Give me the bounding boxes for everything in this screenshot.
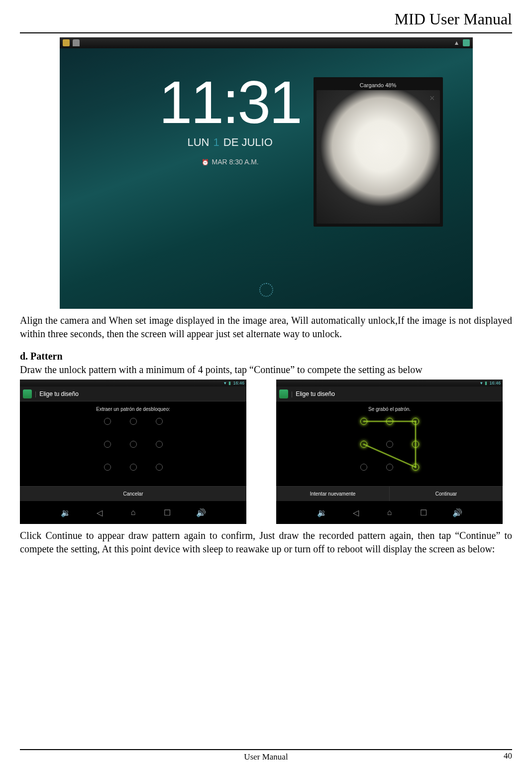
- recent-icon[interactable]: ☐: [419, 508, 428, 517]
- page-header-title: MID User Manual: [20, 10, 512, 28]
- separator-icon: |: [35, 390, 36, 397]
- date-month: DE JULIO: [223, 136, 273, 149]
- wifi-icon: ▾: [480, 381, 483, 386]
- instruction-text: Se grabó el patrón.: [368, 406, 411, 412]
- pattern-dot[interactable]: [130, 441, 137, 448]
- battery-icon: ▮: [228, 381, 231, 386]
- pattern-dot[interactable]: [386, 418, 393, 425]
- pattern-body: Extraer un patrón de desbloqueo: Cancela…: [20, 401, 246, 501]
- header-rule: [20, 32, 512, 33]
- screenshot-pattern-draw: ▾ ▮ 16:46 | Elige tu diseño Extraer un p…: [20, 380, 246, 524]
- continue-button[interactable]: Continuar: [390, 487, 503, 501]
- date-dayname: LUN: [188, 136, 210, 149]
- paragraph-continue: Click Continue to appear draw pattern ag…: [20, 529, 512, 556]
- alarm-text: MAR 8:30 A.M.: [212, 158, 259, 166]
- pattern-dot[interactable]: [156, 464, 163, 471]
- volume-down-icon[interactable]: 🔉: [318, 508, 326, 517]
- pattern-dot[interactable]: [412, 441, 419, 448]
- status-icon-android: [73, 39, 80, 46]
- pattern-dot[interactable]: [412, 418, 419, 425]
- recent-icon[interactable]: ☐: [163, 508, 172, 517]
- page-footer: User Manual 40: [20, 749, 512, 762]
- status-time: 16:46: [489, 381, 501, 386]
- pattern-dot[interactable]: [130, 418, 137, 425]
- lockscreen-clock: 11:31 LUN 1 DE JULIO MAR 8:30 A.M.: [159, 72, 301, 166]
- face-unlock-widget: Cargando 48% ×: [314, 77, 443, 227]
- cancel-button[interactable]: Cancelar: [20, 487, 246, 501]
- instruction-text: Extraer un patrón de desbloqueo:: [96, 406, 170, 412]
- battery-icon: [463, 39, 470, 46]
- retry-button[interactable]: Intentar nuevamente: [276, 487, 390, 501]
- pattern-dot[interactable]: [386, 441, 393, 448]
- pattern-grid[interactable]: [357, 415, 422, 475]
- titlebar-text: Elige tu diseño: [39, 390, 79, 397]
- wifi-icon: ▲: [454, 39, 460, 46]
- pattern-dot[interactable]: [104, 441, 111, 448]
- pattern-dot[interactable]: [156, 441, 163, 448]
- app-icon: [23, 389, 32, 398]
- back-icon[interactable]: ◁: [351, 508, 360, 517]
- wifi-icon: ▾: [224, 381, 226, 386]
- volume-up-icon[interactable]: 🔊: [197, 508, 206, 517]
- titlebar: | Elige tu diseño: [276, 386, 503, 401]
- close-icon[interactable]: ×: [429, 93, 435, 104]
- pattern-dot[interactable]: [386, 464, 393, 471]
- pattern-dot[interactable]: [412, 464, 419, 471]
- nav-bar: 🔉 ◁ ⌂ ☐ 🔊: [20, 501, 246, 524]
- back-icon[interactable]: ◁: [95, 508, 104, 517]
- date-daynum: 1: [213, 136, 219, 149]
- button-row: Cancelar: [20, 486, 246, 501]
- footer-rule: [20, 749, 512, 750]
- paragraph-pattern-intro: Draw the unlock pattern with a minimum o…: [20, 363, 512, 377]
- separator-icon: |: [291, 390, 293, 397]
- nav-bar: 🔉 ◁ ⌂ ☐ 🔊: [276, 501, 503, 524]
- screenshot-lockscreen: ▲ 11:31 LUN 1 DE JULIO MAR 8:30 A.M. Car…: [60, 37, 473, 309]
- volume-up-icon[interactable]: 🔊: [453, 508, 462, 517]
- heading-pattern: d. Pattern: [20, 351, 512, 362]
- pattern-dot[interactable]: [104, 464, 111, 471]
- button-row: Intentar nuevamente Continuar: [276, 486, 503, 501]
- status-time: 16:46: [233, 381, 244, 386]
- screenshot-pattern-recorded: ▾ ▮ 16:46 | Elige tu diseño Se grabó el …: [276, 380, 503, 524]
- battery-icon: ▮: [485, 381, 487, 386]
- face-camera-preview: ×: [317, 90, 440, 224]
- footer-center-text: User Manual: [244, 752, 288, 762]
- clock-date: LUN 1 DE JULIO: [159, 136, 301, 149]
- pattern-dot[interactable]: [130, 464, 137, 471]
- volume-down-icon[interactable]: 🔉: [61, 508, 70, 517]
- clock-time: 11:31: [159, 72, 301, 132]
- alarm-row: MAR 8:30 A.M.: [159, 158, 301, 166]
- status-icon-gallery: [63, 39, 70, 46]
- alarm-icon: [202, 158, 209, 166]
- home-icon[interactable]: ⌂: [385, 508, 394, 517]
- pattern-grid[interactable]: [101, 415, 166, 475]
- pattern-dot[interactable]: [360, 418, 367, 425]
- status-bar-small: ▾ ▮ 16:46: [20, 380, 246, 386]
- page-number: 40: [504, 751, 512, 761]
- status-bar-small: ▾ ▮ 16:46: [276, 380, 503, 386]
- paragraph-align-camera: Align the camera and When set image disp…: [20, 314, 512, 341]
- home-icon[interactable]: ⌂: [129, 508, 138, 517]
- pattern-dot[interactable]: [360, 441, 367, 448]
- pattern-dot[interactable]: [104, 418, 111, 425]
- pattern-body: Se grabó el patrón.: [276, 401, 503, 501]
- loading-ring-icon: [259, 283, 273, 297]
- titlebar-text: Elige tu diseño: [296, 390, 335, 397]
- app-icon: [279, 389, 288, 398]
- status-bar: ▲: [60, 37, 473, 48]
- screenshot-row: ▾ ▮ 16:46 | Elige tu diseño Extraer un p…: [20, 380, 512, 524]
- pattern-dot[interactable]: [360, 464, 367, 471]
- face-loading-label: Cargando 48%: [317, 80, 440, 90]
- pattern-dot[interactable]: [156, 418, 163, 425]
- titlebar: | Elige tu diseño: [20, 386, 246, 401]
